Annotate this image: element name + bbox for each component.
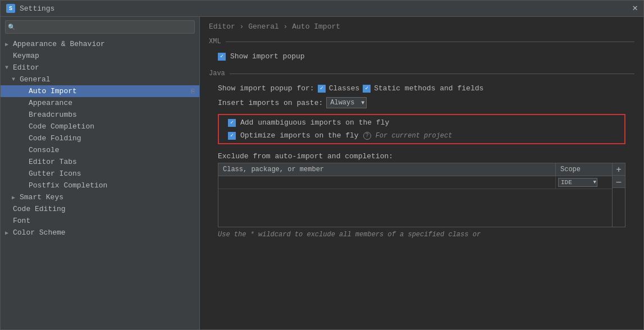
sidebar-item-general[interactable]: ▼General xyxy=(1,74,199,85)
highlight-box: Add unambiguous imports on the fly Optim… xyxy=(218,114,625,144)
scope-dropdown[interactable]: IDE Project xyxy=(558,178,597,187)
java-section-header: Java xyxy=(209,70,634,77)
main-content: 🔍 ▶Appearance & BehaviorKeymap▼Editor▼Ge… xyxy=(1,17,643,329)
sidebar-item-label: Breadcrumbs xyxy=(29,111,77,119)
table-header: Class, package, or member Scope xyxy=(218,163,612,176)
sidebar-item-appearance[interactable]: Appearance xyxy=(1,97,199,109)
sidebar-item-postfix-completion[interactable]: Postfix Completion xyxy=(1,180,199,191)
exclude-label: Exclude from auto-import and completion: xyxy=(209,148,634,163)
xml-section-header: XML xyxy=(209,38,634,45)
sidebar-item-label: Font xyxy=(13,217,30,225)
add-unambiguous-label: Add unambiguous imports on the fly xyxy=(240,118,389,127)
java-label: Java xyxy=(209,70,225,77)
table-main: Class, package, or member Scope ID xyxy=(218,163,612,227)
for-current-project-text: For current project xyxy=(376,132,453,140)
breadcrumb: Editor › General › Auto Import xyxy=(200,17,643,35)
window-title: Settings xyxy=(20,4,54,13)
sidebar-item-code-completion[interactable]: Code Completion xyxy=(1,121,199,132)
sidebar-item-code-folding[interactable]: Code Folding xyxy=(1,132,199,144)
sidebar-item-font[interactable]: Font xyxy=(1,215,199,227)
search-box: 🔍 xyxy=(5,20,195,34)
table-body: IDE Project ▼ xyxy=(218,176,612,227)
sidebar-item-editor[interactable]: ▼Editor xyxy=(1,62,199,74)
tree-arrow-icon: ▼ xyxy=(5,65,11,71)
add-exclude-button[interactable]: + xyxy=(613,163,625,176)
sidebar-item-label: Auto Import xyxy=(29,87,77,95)
java-divider xyxy=(230,74,634,74)
show-import-popup-row: Show import popup xyxy=(209,50,634,63)
title-bar: S Settings ✕ xyxy=(1,1,643,17)
sidebar-item-smart-keys[interactable]: ▶Smart Keys xyxy=(1,191,199,203)
optimize-imports-row: Optimize imports on the fly ? For curren… xyxy=(219,129,624,142)
sidebar-item-breadcrumbs[interactable]: Breadcrumbs xyxy=(1,109,199,121)
sidebar-item-label: Code Folding xyxy=(29,134,81,143)
classes-label: Classes xyxy=(329,84,360,93)
xml-label: XML xyxy=(209,38,221,45)
table-actions: + – xyxy=(612,163,625,227)
tree-arrow-icon: ▶ xyxy=(5,230,11,236)
optimize-imports-label: Optimize imports on the fly xyxy=(240,131,359,140)
col-main-header: Class, package, or member xyxy=(218,163,556,176)
panel-content: XML Show import popup Java Show import p… xyxy=(200,35,643,329)
settings-window: S Settings ✕ 🔍 ▶Appearance & BehaviorKey… xyxy=(0,0,644,330)
show-import-for-label: Show import popup for: xyxy=(218,84,314,93)
sidebar-item-console[interactable]: Console xyxy=(1,144,199,156)
sidebar-item-label: Appearance & Behavior xyxy=(13,40,105,48)
sidebar-item-keymap[interactable]: Keymap xyxy=(1,50,199,62)
search-icon: 🔍 xyxy=(8,24,16,31)
app-icon: S xyxy=(6,4,15,13)
sidebar-item-label: Console xyxy=(29,146,60,154)
sidebar-item-label: Smart Keys xyxy=(20,193,63,201)
sidebar-item-label: Editor xyxy=(13,63,39,72)
insert-imports-dropdown[interactable]: Always Ask Never xyxy=(326,97,367,108)
sidebar-item-editor-tabs[interactable]: Editor Tabs xyxy=(1,156,199,168)
add-unambiguous-checkbox[interactable] xyxy=(228,119,236,127)
add-unambiguous-row: Add unambiguous imports on the fly xyxy=(219,116,624,129)
sidebar-item-label: Editor Tabs xyxy=(29,158,77,166)
show-import-popup-label: Show import popup xyxy=(230,52,305,61)
sidebar-item-label: General xyxy=(20,75,51,84)
sidebar-item-code-editing[interactable]: Code Editing xyxy=(1,203,199,215)
tree-arrow-icon: ▶ xyxy=(5,41,11,48)
static-methods-label: Static methods and fields xyxy=(374,84,483,93)
sidebar-item-appearance-behavior[interactable]: ▶Appearance & Behavior xyxy=(1,38,199,50)
remove-exclude-button[interactable]: – xyxy=(613,176,625,188)
static-methods-checkbox[interactable] xyxy=(363,85,371,93)
tree-arrow-icon: ▼ xyxy=(12,76,17,82)
wildcard-hint: Use the * wildcard to exclude all member… xyxy=(209,227,634,240)
sidebar-item-label: Appearance xyxy=(29,99,72,107)
optimize-imports-checkbox[interactable] xyxy=(228,132,236,140)
sidebar-item-label: Gutter Icons xyxy=(29,169,81,178)
xml-divider xyxy=(226,42,634,42)
scope-cell: IDE Project ▼ xyxy=(556,176,612,189)
sidebar-item-label: Code Completion xyxy=(29,122,94,131)
sidebar-item-label: Keymap xyxy=(13,52,39,60)
exclude-table-outer: Class, package, or member Scope ID xyxy=(218,163,625,227)
sidebar-item-auto-import[interactable]: Auto Import⎘ xyxy=(1,85,199,97)
search-input[interactable] xyxy=(5,20,195,34)
insert-imports-label: Insert imports on paste: xyxy=(218,99,323,107)
show-import-popup-checkbox[interactable] xyxy=(218,53,226,61)
copy-icon: ⎘ xyxy=(191,88,195,95)
insert-imports-dropdown-wrapper: Always Ask Never ▼ xyxy=(326,97,367,108)
right-panel: Editor › General › Auto Import XML Show … xyxy=(200,17,643,329)
row-member xyxy=(218,176,556,189)
insert-imports-row: Insert imports on paste: Always Ask Neve… xyxy=(209,95,634,111)
show-import-for-row: Show import popup for: Classes Static me… xyxy=(209,82,634,95)
sidebar-item-label: Color Scheme xyxy=(13,228,66,237)
col-scope-header: Scope xyxy=(556,163,612,176)
help-icon: ? xyxy=(363,132,371,140)
sidebar-item-gutter-icons[interactable]: Gutter Icons xyxy=(1,168,199,180)
sidebar-tree: ▶Appearance & BehaviorKeymap▼Editor▼Gene… xyxy=(1,37,199,329)
sidebar-item-label: Code Editing xyxy=(13,205,66,213)
sidebar-item-label: Postfix Completion xyxy=(29,181,107,190)
sidebar-item-color-scheme[interactable]: ▶Color Scheme xyxy=(1,227,199,239)
sidebar: 🔍 ▶Appearance & BehaviorKeymap▼Editor▼Ge… xyxy=(1,17,200,329)
close-button[interactable]: ✕ xyxy=(632,4,638,13)
title-bar-left: S Settings xyxy=(6,4,54,13)
classes-checkbox[interactable] xyxy=(318,85,326,93)
table-row: IDE Project ▼ xyxy=(218,176,612,189)
tree-arrow-icon: ▶ xyxy=(12,194,17,201)
scope-dropdown-wrapper: IDE Project ▼ xyxy=(558,178,597,187)
